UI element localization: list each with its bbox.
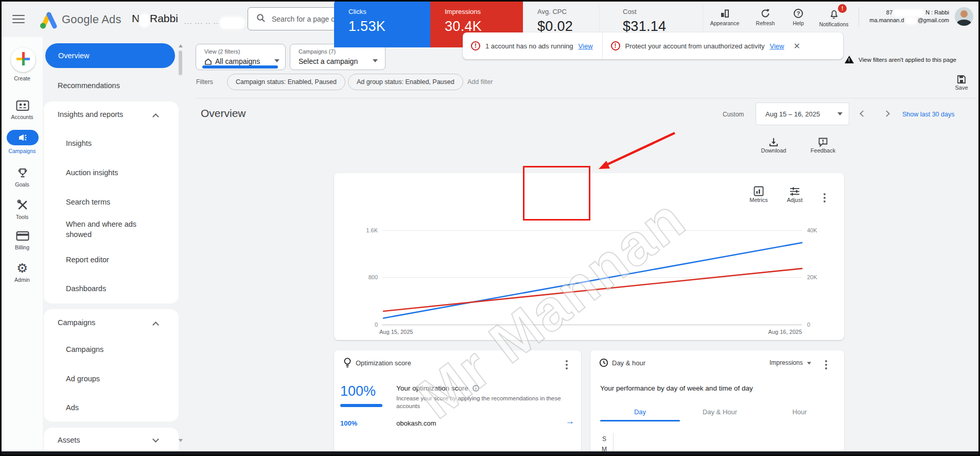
nav-item-insights[interactable]: Insights [66,139,92,147]
appearance-button[interactable]: Appearance [705,8,745,26]
nav-overview-label: Overview [58,52,89,60]
card-menu-button[interactable] [824,192,826,204]
create-button[interactable] [11,47,36,72]
search-icon [256,13,266,23]
x-axis-label-start: Aug 15, 2025 [379,329,413,335]
highlight-box-avg-cpc [523,166,590,221]
metric-dropdown[interactable]: Impressions [769,359,812,366]
left-axis-tick: 0 [353,322,378,328]
nav-item-when-where-ads[interactable]: When and where ads showed [66,219,151,240]
right-axis-tick: 20K [807,274,817,280]
chevron-down-icon [373,59,378,62]
window-bottom-edge [0,451,980,456]
appearance-icon [720,8,730,19]
svg-text:?: ? [797,10,800,16]
chevron-down-icon [837,112,843,115]
nav-scrollbar-thumb[interactable] [179,50,182,75]
tab-day-hour[interactable]: Day & Hour [680,408,760,416]
profile-id-suffix: N : Rabbi [925,9,949,15]
campaign-selector-value: Select a campaign [299,57,358,65]
account-id-masked: --- --- -- --- [184,20,222,26]
scroll-down-arrow[interactable] [179,439,183,442]
view-selector[interactable]: View (2 filters) All campaigns [196,44,286,70]
arrow-right-icon[interactable]: → [566,416,574,427]
left-axis-tick: 800 [353,274,378,280]
tools-icon[interactable] [16,199,29,211]
help-button[interactable]: ? Help [778,8,818,26]
account-name: Rabbi [150,12,178,25]
rail-item-goals[interactable]: Goals [2,181,43,188]
page-title: Overview [201,107,246,120]
filter-chip-campaign-status[interactable]: Campaign status: Enabled, Paused [227,74,345,90]
goals-icon[interactable] [16,167,29,179]
view-filters-note-text: View filters aren't applied to this page [859,57,956,63]
notifications-button[interactable]: Notifications [814,8,854,27]
nav-item-recommendations[interactable]: Recommendations [58,81,120,90]
redaction-blur [894,10,924,16]
rail-item-admin[interactable]: Admin [2,277,43,283]
rail-item-tools[interactable]: Tools [2,214,43,220]
save-button[interactable]: Save [950,74,973,91]
close-icon[interactable]: ✕ [793,41,800,51]
gear-icon[interactable]: ⚙ [16,262,28,275]
day-row-label: S [602,435,606,443]
scorecard-label: Clicks [348,8,430,15]
nav-section-title[interactable]: Insights and reports [58,110,123,119]
scorecard-label: Impressions [445,8,523,15]
nav-item-campaigns[interactable]: Campaigns [66,345,103,353]
scroll-up-arrow[interactable] [179,44,183,47]
profile-info[interactable]: 87 N : Rabbi ma.mannan.d @gmail.com [864,9,949,24]
scorecard-clicks[interactable]: Clicks 1.53K [334,0,430,47]
filters-label: Filters [196,78,213,86]
filter-chip-ad-group-status[interactable]: Ad group status: Enabled, Paused [348,74,463,90]
redaction-blur [140,14,149,27]
rail-create-label: Create [2,75,43,81]
adjust-button[interactable]: Adjust [780,185,810,203]
download-icon [768,137,779,147]
metrics-button[interactable]: Metrics [742,185,775,203]
chevron-down-icon [274,59,279,62]
avatar[interactable] [955,7,973,26]
next-period-arrow[interactable] [883,110,890,117]
metric-dropdown-value: Impressions [769,359,803,366]
tab-day-active[interactable]: Day [600,408,680,416]
show-last-30-days-link[interactable]: Show last 30 days [902,111,954,118]
metrics-icon [753,185,764,197]
nav-item-dashboards[interactable]: Dashboards [66,284,106,293]
view-selector-value: All campaigns [215,57,260,65]
view-filters-note: View filters aren't applied to this page [845,56,956,63]
feedback-button[interactable]: Feedback [806,137,840,154]
nav-item-search-terms[interactable]: Search terms [66,198,110,206]
card-menu-button[interactable] [825,359,827,371]
nav-item-ads[interactable]: Ads [66,403,79,412]
campaign-selector[interactable]: Campaigns (7) Select a campaign [290,44,386,70]
rail-item-campaigns-active[interactable] [7,130,39,145]
nav-section-title[interactable]: Assets [58,436,80,444]
billing-icon[interactable] [16,231,29,241]
nav-section-title[interactable]: Campaigns [58,318,95,327]
banner-view-link[interactable]: View [579,42,593,50]
scorecard-label: Avg. CPC [537,8,597,15]
account-initial: N [132,12,139,25]
banner-view-link[interactable]: View [770,42,784,50]
main-menu-button[interactable] [12,12,25,26]
tab-hour[interactable]: Hour [760,408,839,416]
optimization-title: Your optimization score [396,384,479,392]
scorecard-value: 1.53K [348,19,430,35]
nav-item-ad-groups[interactable]: Ad groups [66,375,100,383]
right-axis-tick: 0 [807,322,810,328]
info-icon[interactable] [472,385,479,392]
add-filter-button[interactable]: Add filter [467,78,493,86]
nav-item-auction-insights[interactable]: Auction insights [66,168,118,177]
accounts-icon[interactable] [16,100,29,111]
nav-item-report-editor[interactable]: Report editor [66,256,109,264]
rail-item-billing[interactable]: Billing [2,244,43,250]
rail-item-accounts[interactable]: Accounts [2,114,43,120]
date-range-picker[interactable]: Aug 15 – 16, 2025 [756,103,849,125]
card-menu-button[interactable] [566,359,568,371]
prev-period-arrow[interactable] [860,110,866,117]
optimization-score-value: 100% [340,383,376,399]
banner-text: Protect your account from unauthorized a… [625,42,765,50]
download-button[interactable]: Download [757,137,791,154]
nav-item-overview-active[interactable]: Overview [45,43,175,68]
